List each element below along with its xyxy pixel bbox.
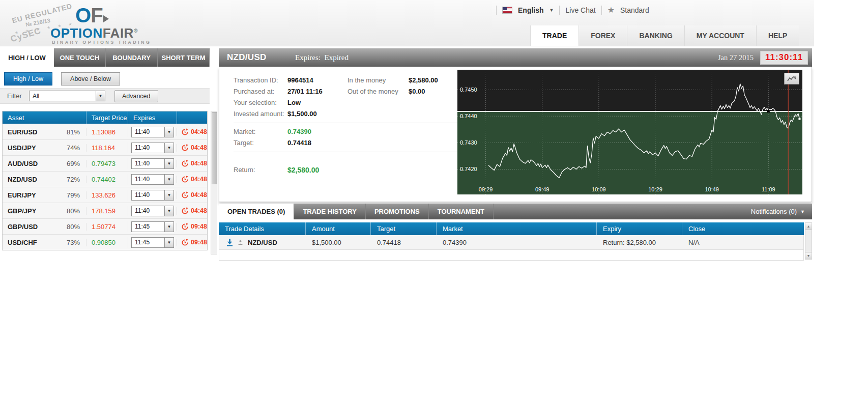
chevron-down-icon: ▼ — [800, 209, 805, 214]
tab-high-low[interactable]: HIGH / LOW — [0, 48, 54, 67]
expiry-select[interactable]: 11:40 ▼ — [131, 174, 174, 185]
chart-type-button[interactable] — [784, 73, 799, 84]
current-date: Jan 27 2015 — [718, 53, 754, 62]
chevron-down-icon[interactable]: ▼ — [164, 127, 173, 137]
target-value: 0.74418 — [287, 137, 348, 149]
nav-tab-help[interactable]: HELP — [756, 25, 799, 46]
chevron-down-icon[interactable]: ▼ — [549, 8, 554, 13]
asset-row[interactable]: USD/CHF 73% 0.90850 11:45 ▼ 09:48 — [3, 234, 207, 250]
countdown-timer: 04:48 — [191, 191, 207, 199]
svg-text:11:09: 11:09 — [762, 186, 775, 192]
account-tier-label[interactable]: Standard — [620, 6, 649, 14]
target-price: 178.159 — [92, 207, 115, 215]
expiry-select[interactable]: 11:40 ▼ — [131, 158, 174, 169]
detail-label: Out of the money — [348, 86, 409, 97]
svg-text:0.7450: 0.7450 — [460, 87, 477, 93]
asset-row[interactable]: GBP/JPY 80% 178.159 11:40 ▼ 04:48 — [3, 203, 207, 218]
above-below-mode-button[interactable]: Above / Below — [61, 72, 120, 86]
tab-boundary[interactable]: BOUNDARY — [106, 48, 158, 67]
trade-row[interactable]: NZD/USD $1,500.00 0.74418 0.74390 Return… — [219, 235, 804, 250]
high-low-mode-button[interactable]: High / Low — [4, 72, 52, 86]
in-the-money-value: $2,580.00 — [409, 75, 461, 86]
tab-promotions[interactable]: PROMOTIONS — [366, 204, 429, 219]
payout-percent: 69% — [67, 160, 86, 167]
titlebar-right: Jan 27 2015 11:30:11 — [718, 51, 808, 65]
utility-bar: English ▼ Live Chat ★ Standard — [496, 4, 649, 16]
asset-row[interactable]: USD/JPY 74% 118.164 11:40 ▼ 04:48 — [3, 139, 207, 155]
logo-arrow-icon — [103, 15, 109, 22]
trades-scrollbar[interactable]: ▲ ▼ — [805, 222, 812, 260]
scroll-up-icon[interactable]: ▲ — [805, 223, 812, 230]
optionfair-wordmark: OPTIONFAIR® — [50, 25, 138, 41]
timer-icon — [181, 223, 189, 231]
chevron-down-icon[interactable]: ▼ — [164, 206, 173, 216]
expiry-select[interactable]: 11:40 ▼ — [131, 206, 174, 216]
countdown-timer: 04:48 — [191, 128, 207, 135]
detail-label: Your selection: — [234, 97, 287, 108]
nav-tab-my-account[interactable]: MY ACCOUNT — [684, 25, 756, 46]
nav-tab-banking[interactable]: BANKING — [627, 25, 684, 46]
tab-tournament[interactable]: TOURNAMENT — [429, 204, 494, 219]
live-chat-link[interactable]: Live Chat — [565, 6, 595, 14]
timer-icon — [181, 207, 189, 215]
option-type-tabs: HIGH / LOW ONE TOUCH BOUNDARY SHORT TERM — [0, 48, 210, 67]
tab-trade-history[interactable]: TRADE HISTORY — [294, 204, 365, 219]
svg-text:10:29: 10:29 — [648, 186, 662, 192]
expiry-select[interactable]: 11:45 ▼ — [131, 237, 174, 248]
transaction-details: Transaction ID: 9964514 In the money $2,… — [234, 75, 461, 176]
scroll-down-icon[interactable]: ▼ — [805, 252, 812, 259]
mode-buttons: High / Low Above / Below — [4, 72, 120, 86]
asset-row[interactable]: EUR/JPY 79% 133.626 11:40 ▼ 04:48 — [3, 187, 207, 203]
asset-pair-label: EUR/JPY — [8, 191, 36, 199]
asset-row[interactable]: AUD/USD 69% 0.79473 11:40 ▼ 04:48 — [3, 155, 207, 171]
optionfair-trading-page: EU REGULATED № 216/13 ★ ★ ★ ★ ★ ★ CySEC … — [0, 0, 868, 396]
payout-percent: 81% — [67, 128, 86, 136]
divider — [559, 6, 560, 15]
timer-icon — [181, 144, 189, 152]
optionfair-monogram-logo: OF — [75, 4, 109, 26]
expiry-select[interactable]: 11:40 ▼ — [131, 143, 174, 153]
asset-list-scrollbar[interactable] — [211, 111, 217, 254]
trade-amount: $1,500.00 — [306, 239, 371, 246]
notifications-dropdown[interactable]: Notifications (0) ▼ — [751, 204, 812, 219]
chevron-down-icon[interactable]: ▼ — [164, 159, 173, 168]
divider — [496, 6, 497, 15]
trade-expiry: Return: $2,580.00 — [597, 239, 682, 246]
asset-filter-select[interactable]: All ▼ — [29, 91, 105, 101]
tab-one-touch[interactable]: ONE TOUCH — [54, 48, 106, 67]
tab-open-trades[interactable]: OPEN TRADES (0) — [219, 204, 294, 219]
svg-text:09:49: 09:49 — [535, 186, 549, 192]
detail-label: Target: — [234, 137, 287, 149]
asset-row[interactable]: NZD/USD 72% 0.74402 11:40 ▼ 04:48 — [3, 171, 207, 187]
asset-row[interactable]: GBP/USD 80% 1.50774 11:45 ▼ 09:48 — [3, 218, 207, 234]
out-of-the-money-value: $0.00 — [409, 86, 461, 97]
chevron-down-icon[interactable]: ▼ — [164, 143, 173, 153]
target-price: 0.90850 — [92, 239, 115, 246]
return-label: Return: — [234, 164, 287, 176]
target-price: 133.626 — [92, 191, 115, 199]
expiry-select[interactable]: 11:40 ▼ — [131, 127, 174, 137]
asset-row[interactable]: EUR/USD 81% 1.13086 11:40 ▼ 04:48 — [3, 124, 207, 139]
scrollbar-thumb[interactable] — [212, 112, 217, 184]
tab-short-term[interactable]: SHORT TERM — [158, 48, 210, 67]
divider — [234, 152, 461, 152]
filter-label: Filter — [7, 92, 22, 100]
nav-tab-trade[interactable]: TRADE — [530, 25, 578, 46]
advanced-button[interactable]: Advanced — [114, 90, 158, 102]
divider — [601, 6, 602, 15]
chevron-down-icon[interactable]: ▼ — [96, 91, 105, 101]
expiry-select[interactable]: 11:45 ▼ — [131, 221, 174, 232]
language-selector[interactable]: English — [518, 6, 544, 14]
chevron-down-icon[interactable]: ▼ — [164, 222, 173, 232]
line-chart-icon — [787, 75, 797, 82]
detail-label: Invested amount: — [234, 108, 287, 120]
chevron-down-icon[interactable]: ▼ — [164, 190, 173, 200]
expiry-select[interactable]: 11:40 ▼ — [131, 190, 174, 201]
column-header-asset: Asset — [3, 111, 86, 124]
svg-text:0.7440: 0.7440 — [460, 113, 477, 119]
chevron-down-icon[interactable]: ▼ — [164, 175, 173, 184]
svg-text:10:49: 10:49 — [705, 186, 719, 192]
svg-text:10:09: 10:09 — [592, 186, 606, 192]
chevron-down-icon[interactable]: ▼ — [164, 238, 173, 247]
nav-tab-forex[interactable]: FOREX — [578, 25, 627, 46]
